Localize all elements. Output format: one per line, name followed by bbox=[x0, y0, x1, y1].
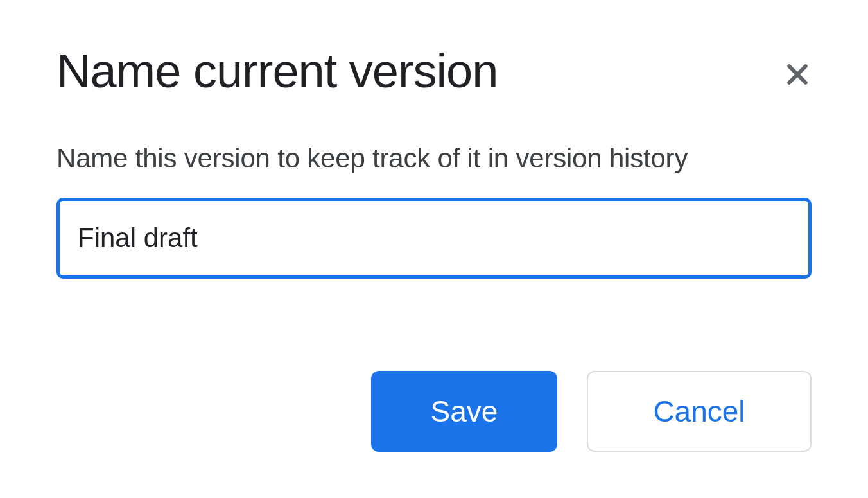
close-button[interactable] bbox=[778, 55, 817, 94]
dialog-helper-text: Name this version to keep track of it in… bbox=[56, 142, 812, 175]
name-version-dialog: Name current version Name this version t… bbox=[0, 0, 868, 498]
dialog-title: Name current version bbox=[56, 46, 498, 96]
dialog-actions: Save Cancel bbox=[56, 371, 812, 457]
dialog-header: Name current version bbox=[56, 46, 812, 96]
version-name-input[interactable] bbox=[56, 198, 812, 279]
save-button[interactable]: Save bbox=[371, 371, 557, 452]
close-icon bbox=[783, 60, 812, 89]
cancel-button[interactable]: Cancel bbox=[587, 371, 812, 452]
